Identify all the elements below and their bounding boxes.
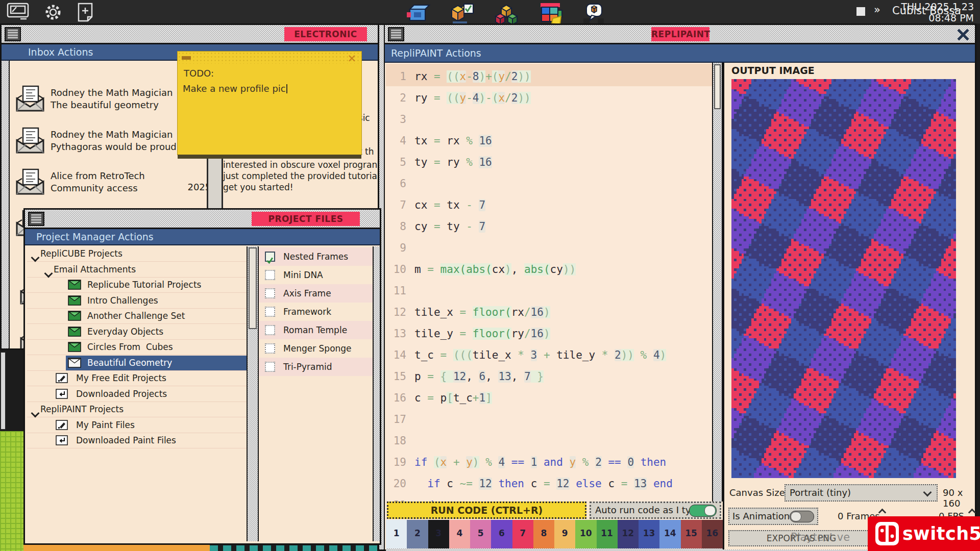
file-list-item[interactable]: Mini DNA — [259, 266, 376, 284]
projects-window-icon[interactable] — [28, 212, 44, 226]
checkbox[interactable] — [265, 325, 275, 335]
code-line[interactable]: 9 — [386, 237, 712, 259]
checkbox[interactable] — [265, 362, 275, 372]
canvas-size-dropdown[interactable]: Portrait (tiny) — [785, 484, 938, 502]
minimize-icon[interactable] — [182, 56, 191, 60]
code-line[interactable]: 2ry = ((y-4)-(x/2)) — [386, 87, 712, 109]
gear-icon[interactable] — [43, 3, 63, 22]
code-line[interactable]: 3 — [386, 109, 712, 130]
tree-item[interactable]: Email Attachments — [27, 262, 247, 278]
palette-swatch[interactable]: 2 — [407, 520, 428, 548]
checkbox[interactable] — [265, 288, 275, 298]
palette-swatch[interactable]: 10 — [575, 520, 596, 548]
run-code-button[interactable]: RUN CODE (CTRL+R) — [387, 502, 586, 519]
email-subject: Community access — [51, 183, 138, 193]
palette-swatch[interactable]: 14 — [659, 520, 680, 548]
tree-scrollbar-thumb[interactable] — [249, 247, 257, 329]
checkbox[interactable] — [265, 252, 275, 262]
palette-swatch[interactable]: 7 — [512, 520, 533, 548]
palette-swatch[interactable]: 11 — [597, 520, 618, 548]
palette-swatch[interactable]: 9 — [554, 520, 575, 548]
tree-item[interactable]: Circles From Cubes — [27, 340, 247, 355]
inbox-actions-menu[interactable]: Inbox Actions — [28, 46, 93, 58]
file-list-item[interactable]: Menger Sponge — [259, 339, 376, 358]
tree-item[interactable]: Everyday Objects — [27, 324, 247, 340]
palette-swatch[interactable]: 15 — [681, 520, 702, 548]
code-scrollbar[interactable] — [712, 63, 723, 502]
code-line[interactable]: 10m = max(abs(cx), abs(cy)) — [386, 259, 712, 280]
file-list-item[interactable]: Axis Frame — [259, 284, 376, 303]
next-track-icon[interactable]: » — [874, 4, 880, 16]
sticky-note[interactable]: ✕ TODO: Make a new profile pic — [177, 51, 362, 155]
checkbox[interactable] — [265, 270, 275, 280]
code-line[interactable]: 4tx = rx % 16 — [386, 130, 712, 152]
code-editor[interactable]: 1rx = ((x-8)+(y/2))2ry = ((y-4)-(x/2))34… — [386, 63, 712, 502]
stop-icon[interactable] — [856, 7, 865, 16]
palette-swatch[interactable]: 12 — [618, 520, 639, 548]
tree-item[interactable]: Beautiful Geometry — [27, 356, 247, 371]
replipaint-actions-menu[interactable]: RepliPAINT Actions — [391, 47, 481, 59]
file-list-item[interactable]: Framework — [259, 303, 376, 321]
tree-item[interactable]: My Paint Files — [27, 418, 247, 433]
paint-window-icon[interactable] — [388, 27, 404, 41]
inbox-window-icon[interactable] — [5, 27, 21, 41]
email-item[interactable]: Alice from RetroTechCommunity access2025… — [11, 168, 216, 204]
code-line[interactable]: 14t_c = (((tile_x * 3 + tile_y * 2)) % 4… — [386, 344, 712, 366]
code-line[interactable]: 18 — [386, 430, 712, 452]
palette-swatch[interactable]: 4 — [449, 520, 470, 548]
palette-swatch[interactable]: 1 — [386, 520, 407, 548]
tree-item[interactable]: Replicube Tutorial Projects — [27, 278, 247, 293]
tree-scrollbar[interactable] — [247, 246, 259, 541]
code-scrollbar-thumb[interactable] — [714, 64, 721, 109]
code-line[interactable]: 12tile_x = floor(rx/16) — [386, 302, 712, 323]
checkbox[interactable] — [265, 307, 275, 317]
tree-item[interactable]: RepliPAINT Projects — [27, 402, 247, 417]
project-manager-actions-menu[interactable]: Project Manager Actions — [36, 231, 154, 242]
code-line[interactable]: 11 — [386, 280, 712, 302]
inbox-title-bar[interactable]: ELECTRONIC INBOX — [2, 25, 380, 44]
auto-run-toggle[interactable] — [689, 505, 717, 517]
palette-swatch[interactable]: 6 — [491, 520, 512, 548]
palette-swatch[interactable]: 5 — [470, 520, 491, 548]
file-list-item[interactable]: Roman Temple — [259, 321, 376, 339]
note-line-2[interactable]: Make a new profile pic — [183, 83, 287, 94]
code-line[interactable]: 13tile_y = floor(ry/16) — [386, 323, 712, 344]
checkbox[interactable] — [265, 343, 275, 354]
code-line[interactable]: 16c = p[t_c+1] — [386, 387, 712, 409]
tree-item[interactable]: Downloaded Paint Files — [27, 433, 247, 448]
new-file-icon[interactable] — [77, 3, 94, 22]
code-line[interactable]: 8cy = ty - 7 — [386, 216, 712, 237]
code-line[interactable]: 20 if c ~= 12 then c = 12 else c = 13 en… — [386, 473, 712, 494]
computer-icon[interactable] — [6, 3, 30, 21]
tree-item[interactable]: Downloaded Projects — [27, 387, 247, 402]
code-line[interactable]: 19if (x + y) % 4 == 1 and y % 2 == 0 the… — [386, 452, 712, 473]
code-line[interactable]: 7cx = tx - 7 — [386, 194, 712, 216]
tree-item[interactable]: RepliCUBE Projects — [27, 246, 247, 262]
close-icon[interactable]: ✕ — [347, 53, 356, 65]
tree-item[interactable]: Intro Challenges — [27, 293, 247, 309]
paint-title-bar[interactable]: REPLIPAINT — [385, 25, 975, 44]
code-line[interactable]: 15p = { 12, 6, 13, 7 } — [386, 366, 712, 387]
code-line[interactable]: 5ty = ry % 16 — [386, 152, 712, 173]
code-line[interactable]: 6 — [386, 173, 712, 194]
paint-menu-bar[interactable]: RepliPAINT Actions — [385, 44, 975, 63]
palette-swatch[interactable]: 3 — [428, 520, 449, 548]
close-icon[interactable] — [957, 28, 970, 41]
code-line[interactable]: 17 — [386, 409, 712, 430]
file-list-scrollbar[interactable] — [373, 246, 380, 541]
palette-swatch[interactable]: 13 — [639, 520, 659, 548]
projects-title-bar[interactable]: PROJECT FILES MANAGER — [25, 210, 380, 229]
file-list-item[interactable]: Nested Frames — [259, 247, 376, 266]
sticky-note-header[interactable] — [178, 52, 361, 64]
palette-swatch[interactable]: 8 — [533, 520, 554, 548]
tree-item[interactable]: My Free Edit Projects — [27, 371, 247, 386]
file-list-item[interactable]: Tri-Pyramid — [259, 358, 376, 376]
palette-swatch[interactable]: 16 — [702, 520, 723, 548]
auto-run-control[interactable]: Auto run code as I type — [590, 502, 721, 519]
code-line[interactable]: 21end — [386, 494, 712, 502]
tree-item[interactable]: Another Challenge Set — [27, 309, 247, 324]
code-line[interactable]: 1rx = ((x-8)+(y/2)) — [386, 66, 712, 87]
is-animation-control[interactable]: Is Animation — [728, 508, 818, 525]
is-animation-toggle[interactable] — [790, 511, 814, 522]
projects-menu-bar[interactable]: Project Manager Actions — [25, 229, 380, 245]
